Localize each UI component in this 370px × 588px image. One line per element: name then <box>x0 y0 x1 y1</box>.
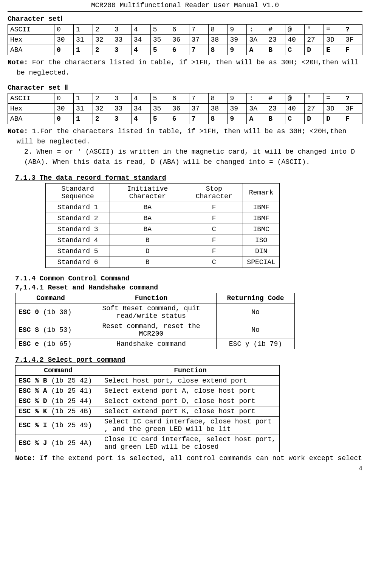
table-row: ABA 0123456789ABCDDF <box>8 114 362 124</box>
document-page: MCR200 Multifunctional Reader User Manua… <box>0 0 370 480</box>
row-label: ASCII <box>8 93 54 104</box>
table-row: Hex 303132333435363738393A2340273D3F <box>8 35 362 45</box>
row-label: ASCII <box>8 25 54 35</box>
table-row: Hex 303132333435363738393A2340273D3F <box>8 104 362 114</box>
table-row: Standard Sequence Initiative Character S… <box>46 184 280 202</box>
table-row: ESC 0 (1b 30) Soft Reset command, quit r… <box>15 303 295 321</box>
page-number: 4 <box>8 465 362 472</box>
charset-2-title: Character set Ⅱ <box>8 83 362 92</box>
table-row: Standard 3BACIBMC <box>46 224 280 235</box>
table-row: ESC % D (1b 25 44)Select extend port D, … <box>15 396 280 406</box>
table-row: Command Function Returning Code <box>15 293 295 303</box>
heading-714: 7.1.4 Common Control Command <box>15 275 362 282</box>
note-1: Note: For the characters listed in table… <box>17 58 362 78</box>
table-row: ESC e (1b 65) Handshake command ESC y (1… <box>15 339 295 349</box>
table-row: Standard 1BAFIBMF <box>46 202 280 213</box>
standard-table: Standard Sequence Initiative Character S… <box>45 183 280 268</box>
table-row: Standard 5DFDIN <box>46 246 280 257</box>
row-label: Hex <box>8 35 54 45</box>
reset-table: Command Function Returning Code ESC 0 (1… <box>15 293 295 349</box>
table-row: ESC % K (1b 25 4B)Select extend port K, … <box>15 406 280 417</box>
row-label: ABA <box>8 45 54 55</box>
note-2: Note: 1.For the characters listed in tab… <box>17 126 362 167</box>
table-row: ASCII 0123456789:#@'=? <box>8 93 362 104</box>
charset-2-table: ASCII 0123456789:#@'=? Hex 3031323334353… <box>8 93 362 124</box>
table-row: ESC % J (1b 25 4A)Close IC card interfac… <box>15 434 280 452</box>
table-row: ESC % B (1b 25 42)Select host port, clos… <box>15 376 280 386</box>
port-table: Command Function ESC % B (1b 25 42)Selec… <box>15 365 280 452</box>
heading-7141: 7,1.4.1 Reset and Handshake command <box>15 284 362 291</box>
table-row: ESC S (1b 53) Reset command, reset the M… <box>15 321 295 339</box>
table-row: ESC % I (1b 25 49)Select IC card interfa… <box>15 417 280 434</box>
row-label: Hex <box>8 104 54 114</box>
heading-713: 7.1.3 The data record format standard <box>15 174 362 182</box>
charset-1-table: ASCII 0123456789:#@'=? Hex 3031323334353… <box>8 24 362 55</box>
table-row: Standard 6BCSPECIAL <box>46 257 280 268</box>
note-3: Note: If the extend port is selected, al… <box>15 454 362 462</box>
table-row: ABA 0123456789ABCDEF <box>8 45 362 55</box>
row-label: ABA <box>8 114 54 124</box>
table-row: Command Function <box>15 366 280 376</box>
table-row: Standard 2BAFIBMF <box>46 213 280 224</box>
header-rule <box>8 11 362 12</box>
charset-1-title: Character setⅠ <box>8 14 362 23</box>
table-row: Standard 4BFISO <box>46 235 280 246</box>
table-row: ASCII 0123456789:#@'=? <box>8 25 362 35</box>
table-row: ESC % A (1b 25 41)Select extend port A, … <box>15 386 280 396</box>
doc-header: MCR200 Multifunctional Reader User Manua… <box>8 0 362 11</box>
heading-7142: 7.1.4.2 Select port command <box>15 356 362 364</box>
